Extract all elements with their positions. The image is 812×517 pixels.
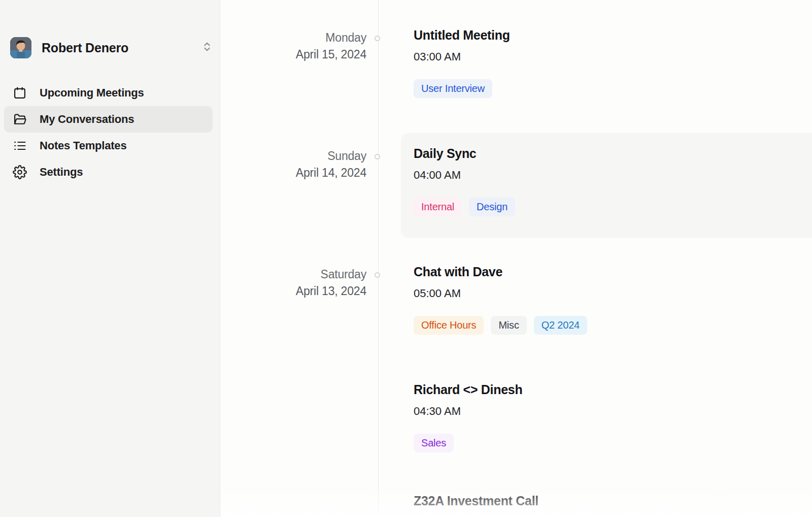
meeting-entry[interactable]: Chat with Dave 05:00 AM Office Hours Mis…	[414, 264, 587, 335]
meeting-entry[interactable]: Z32A Investment Call	[414, 493, 538, 509]
sidebar-item-notes-templates[interactable]: Notes Templates	[4, 133, 213, 159]
date-label: Saturday April 13, 2024	[220, 266, 366, 300]
meeting-time: 03:00 AM	[414, 49, 510, 64]
meeting-entry[interactable]: Daily Sync 04:00 AM Internal Design	[414, 145, 515, 216]
tag[interactable]: Design	[469, 198, 515, 216]
date-day: Sunday	[220, 148, 366, 165]
date-full: April 15, 2024	[220, 46, 366, 63]
sidebar-item-label: Upcoming Meetings	[40, 86, 144, 100]
timeline-dot	[375, 36, 380, 41]
meeting-tags: Office Hours Misc Q2 2024	[414, 316, 587, 335]
timeline-line	[378, 0, 379, 517]
avatar	[10, 37, 31, 58]
sidebar: Robert Denero Upcoming Meetings	[0, 0, 220, 517]
meeting-time: 04:00 AM	[414, 168, 515, 182]
date-day: Monday	[220, 29, 366, 46]
sidebar-item-label: Notes Templates	[40, 139, 126, 152]
tag[interactable]: Internal	[414, 198, 462, 216]
folder-icon	[13, 112, 27, 126]
sidebar-item-settings[interactable]: Settings	[4, 159, 213, 185]
date-full: April 14, 2024	[220, 165, 366, 181]
meeting-title: Richard <> Dinesh	[414, 381, 522, 398]
meeting-title: Daily Sync	[414, 145, 515, 161]
list-icon	[13, 139, 27, 153]
timeline-dot	[375, 154, 380, 159]
meeting-tags: Sales	[414, 434, 522, 453]
date-full: April 13, 2024	[220, 283, 366, 300]
meeting-entry[interactable]: Untitled Meeting 03:00 AM User Interview	[414, 27, 510, 98]
date-day: Saturday	[220, 266, 366, 283]
meeting-time: 04:30 AM	[414, 404, 522, 418]
chevron-updown-icon[interactable]	[201, 41, 213, 54]
calendar-icon	[13, 86, 27, 100]
tag[interactable]: User Interview	[414, 79, 492, 98]
date-label: Sunday April 14, 2024	[220, 148, 366, 181]
meeting-tags: User Interview	[414, 79, 510, 98]
tag[interactable]: Misc	[491, 316, 526, 335]
meeting-time: 05:00 AM	[414, 286, 587, 301]
gear-icon	[13, 165, 27, 179]
user-profile-switcher[interactable]: Robert Denero	[10, 35, 213, 61]
meeting-title: Chat with Dave	[414, 264, 587, 280]
sidebar-nav: Upcoming Meetings My Conversations Notes…	[4, 80, 213, 185]
conversations-timeline: Monday April 15, 2024 Sunday April 14, 2…	[220, 0, 812, 517]
date-label: Monday April 15, 2024	[220, 29, 366, 63]
sidebar-item-my-conversations[interactable]: My Conversations	[4, 106, 213, 133]
meeting-tags: Internal Design	[414, 198, 515, 216]
meeting-title: Z32A Investment Call	[414, 493, 538, 509]
sidebar-item-label: My Conversations	[40, 113, 134, 126]
meeting-entry[interactable]: Richard <> Dinesh 04:30 AM Sales	[414, 381, 522, 453]
meeting-title: Untitled Meeting	[414, 27, 510, 43]
sidebar-item-upcoming-meetings[interactable]: Upcoming Meetings	[4, 80, 213, 106]
tag[interactable]: Q2 2024	[534, 316, 587, 335]
tag[interactable]: Sales	[414, 434, 454, 453]
profile-name: Robert Denero	[42, 41, 128, 55]
timeline-dot	[375, 272, 380, 278]
tag[interactable]: Office Hours	[414, 316, 484, 335]
sidebar-item-label: Settings	[40, 166, 83, 179]
